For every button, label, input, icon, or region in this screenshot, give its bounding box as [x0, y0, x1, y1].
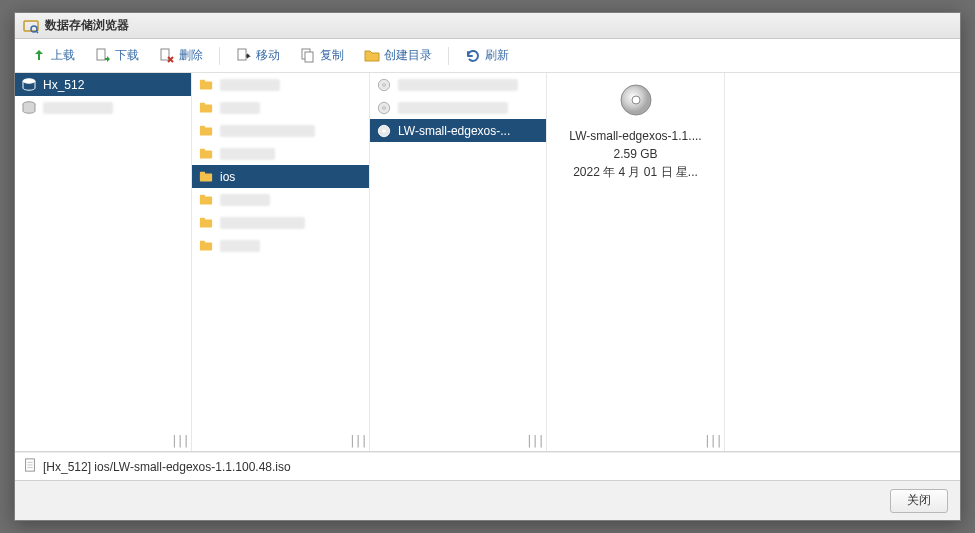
svg-point-31	[383, 129, 386, 132]
svg-point-33	[632, 96, 640, 104]
folder-icon	[198, 215, 214, 231]
folder-icon	[198, 77, 214, 93]
close-label: 关闭	[907, 492, 931, 509]
datastore-icon	[21, 100, 37, 116]
redacted-label	[220, 240, 260, 252]
svg-rect-23	[200, 217, 205, 220]
browser-icon	[23, 18, 39, 34]
download-label: 下载	[115, 47, 139, 64]
svg-rect-7	[305, 52, 313, 62]
folder-icon	[198, 123, 214, 139]
svg-rect-10	[200, 81, 212, 89]
svg-rect-12	[200, 104, 212, 112]
redacted-label	[220, 194, 270, 206]
folder-item[interactable]	[192, 119, 369, 142]
file-item[interactable]	[370, 96, 546, 119]
datastore-icon	[21, 77, 37, 93]
svg-rect-16	[200, 150, 212, 158]
copy-icon	[300, 48, 316, 64]
copy-button[interactable]: 复制	[292, 43, 352, 68]
svg-rect-21	[200, 194, 205, 197]
svg-point-27	[383, 83, 386, 86]
file-icon	[23, 458, 37, 475]
svg-rect-20	[200, 196, 212, 204]
path-text: [Hx_512] ios/LW-small-edgexos-1.1.100.48…	[43, 460, 291, 474]
file-item[interactable]	[370, 73, 546, 96]
refresh-button[interactable]: 刷新	[457, 43, 517, 68]
create-dir-label: 创建目录	[384, 47, 432, 64]
footer: 关闭	[15, 480, 960, 520]
svg-point-29	[383, 106, 386, 109]
disc-icon	[376, 123, 392, 139]
folder-item[interactable]	[192, 73, 369, 96]
pathbar: [Hx_512] ios/LW-small-edgexos-1.1.100.48…	[15, 452, 960, 480]
folder-item[interactable]	[192, 234, 369, 257]
svg-point-8	[23, 78, 35, 82]
svg-rect-24	[200, 242, 212, 250]
disc-icon	[376, 100, 392, 116]
svg-rect-19	[200, 171, 205, 174]
redacted-label	[398, 102, 508, 114]
preview-name: LW-small-edgexos-1.1....	[547, 127, 724, 145]
download-button[interactable]: 下载	[87, 43, 147, 68]
column-resize-handle[interactable]: |||	[349, 433, 366, 448]
redacted-label	[220, 148, 275, 160]
body: Hx_512 ||| ios |||	[15, 73, 960, 480]
delete-icon	[159, 48, 175, 64]
svg-rect-17	[200, 148, 205, 151]
delete-button[interactable]: 删除	[151, 43, 211, 68]
download-icon	[95, 48, 111, 64]
datastore-item[interactable]	[15, 96, 191, 119]
refresh-label: 刷新	[485, 47, 509, 64]
svg-rect-15	[200, 125, 205, 128]
upload-label: 上载	[51, 47, 75, 64]
close-button[interactable]: 关闭	[890, 489, 948, 513]
column-folders: ios |||	[192, 73, 370, 451]
folder-icon	[198, 192, 214, 208]
svg-rect-14	[200, 127, 212, 135]
folder-item[interactable]	[192, 211, 369, 234]
move-label: 移动	[256, 47, 280, 64]
columns: Hx_512 ||| ios |||	[15, 73, 960, 452]
datastore-item[interactable]: Hx_512	[15, 73, 191, 96]
folder-icon	[364, 48, 380, 64]
datastore-browser-window: 数据存储浏览器 上载 下载 删除 移动 复制 创建目录	[14, 12, 961, 521]
move-button[interactable]: 移动	[228, 43, 288, 68]
redacted-label	[220, 125, 315, 137]
svg-rect-5	[238, 49, 246, 60]
disc-icon	[376, 77, 392, 93]
folder-item[interactable]	[192, 96, 369, 119]
redacted-label	[43, 102, 113, 114]
create-dir-button[interactable]: 创建目录	[356, 43, 440, 68]
window-titlebar[interactable]: 数据存储浏览器	[15, 13, 960, 39]
folder-icon	[198, 146, 214, 162]
column-resize-handle[interactable]: |||	[171, 433, 188, 448]
toolbar: 上载 下载 删除 移动 复制 创建目录 刷新	[15, 39, 960, 73]
preview-size: 2.59 GB	[547, 145, 724, 163]
column-empty	[725, 73, 960, 451]
svg-rect-18	[200, 173, 212, 181]
column-resize-handle[interactable]: |||	[526, 433, 543, 448]
redacted-label	[398, 79, 518, 91]
upload-button[interactable]: 上载	[23, 43, 83, 68]
folder-item[interactable]	[192, 188, 369, 211]
toolbar-separator	[219, 47, 220, 65]
folder-item[interactable]: ios	[192, 165, 369, 188]
disc-preview-icon	[619, 83, 653, 117]
redacted-label	[220, 102, 260, 114]
svg-rect-3	[97, 49, 105, 60]
upload-icon	[31, 48, 47, 64]
file-label: LW-small-edgexos-...	[398, 124, 510, 138]
column-resize-handle[interactable]: |||	[704, 433, 721, 448]
redacted-label	[220, 217, 305, 229]
svg-rect-13	[200, 102, 205, 105]
redacted-label	[220, 79, 280, 91]
folder-item[interactable]	[192, 142, 369, 165]
file-item[interactable]: LW-small-edgexos-...	[370, 119, 546, 142]
folder-icon	[198, 100, 214, 116]
folder-icon	[198, 238, 214, 254]
column-preview: LW-small-edgexos-1.1.... 2.59 GB 2022 年 …	[547, 73, 725, 451]
preview-date: 2022 年 4 月 01 日 星...	[547, 163, 724, 181]
svg-rect-4	[161, 49, 169, 60]
datastore-label: Hx_512	[43, 78, 84, 92]
